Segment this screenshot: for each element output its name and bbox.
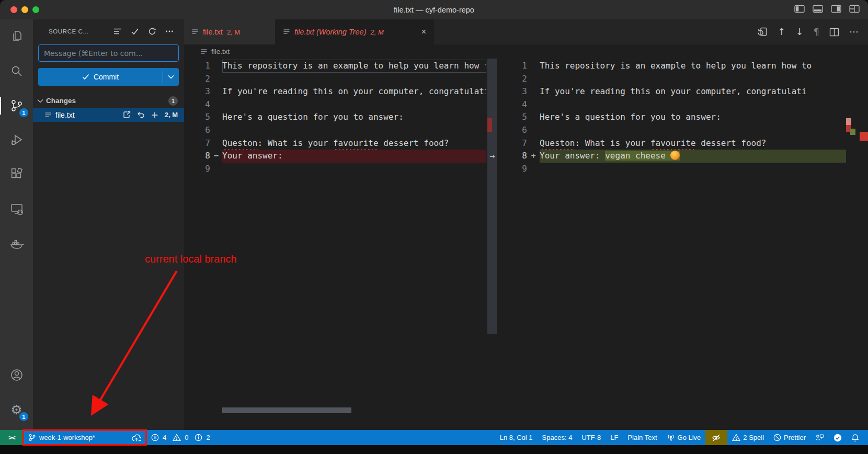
diff-sign <box>210 85 222 98</box>
previous-change-icon[interactable]: ↑ <box>778 27 785 37</box>
diff-sign <box>210 60 222 73</box>
view-and-sort-icon[interactable] <box>113 28 122 35</box>
code-line-3[interactable]: 3If you're reading this on your computer… <box>498 85 846 98</box>
code-line-4[interactable]: 4 <box>184 98 486 111</box>
code-line-6[interactable]: 6 <box>184 124 486 137</box>
file-icon <box>200 48 208 55</box>
code-line-1[interactable]: 1This repository is an example to help y… <box>498 60 846 73</box>
code-line-7[interactable]: 7Queston: What is your favourite dessert… <box>498 137 846 150</box>
sidebar-item-extensions[interactable] <box>0 157 33 192</box>
horizontal-scrollbar[interactable] <box>222 407 351 413</box>
sidebar-item-search[interactable] <box>0 54 33 88</box>
sidebar-item-accounts[interactable] <box>0 358 33 392</box>
sidebar-item-explorer[interactable] <box>0 19 33 54</box>
editor-scrollbar[interactable] <box>486 59 498 430</box>
close-tab-icon[interactable]: × <box>421 27 426 37</box>
feedback-button[interactable] <box>810 430 829 445</box>
code-line-9[interactable]: 9 <box>184 163 486 176</box>
toggle-primary-sidebar-icon[interactable] <box>794 5 805 13</box>
scm-changes-badge: 1 <box>19 108 28 117</box>
sidebar-item-remote-explorer[interactable] <box>0 192 33 226</box>
problems-indicator[interactable]: 4 0 2 <box>146 430 219 445</box>
next-change-icon[interactable]: ↓ <box>795 27 803 37</box>
prettier-indicator[interactable]: Prettier <box>769 430 810 445</box>
open-file-icon[interactable] <box>123 111 131 119</box>
revert-diff-arrow-icon[interactable]: → <box>486 150 498 163</box>
sidebar-item-settings[interactable]: ⚙ 1 <box>0 392 33 427</box>
error-count: 4 <box>163 434 166 441</box>
notifications-button[interactable] <box>847 430 864 445</box>
breadcrumb[interactable]: file.txt <box>184 44 868 59</box>
code-line-9[interactable]: 9 <box>498 163 846 176</box>
code-line-5[interactable]: 5Here's a question for you to answer: <box>184 111 486 124</box>
changes-section-header[interactable]: Changes 1 <box>33 94 184 108</box>
tab-bar: file.txt 2, M file.txt (Working Tree) 2,… <box>184 19 868 44</box>
commit-message-input[interactable] <box>38 44 179 62</box>
code-text <box>222 98 486 111</box>
tab-status-badge: 2, M <box>227 28 240 36</box>
chevron-down-icon <box>168 75 174 79</box>
stage-changes-icon[interactable] <box>151 111 158 119</box>
code-line-2[interactable]: 2 <box>498 73 846 86</box>
cursor-position-indicator[interactable]: Ln 8, Col 1 <box>495 430 538 445</box>
remote-indicator[interactable]: >< <box>0 430 23 445</box>
code-line-8[interactable]: 8+Your answer: vegan cheese <box>498 150 846 163</box>
code-text: This repository is an example to help yo… <box>222 60 486 73</box>
diff-original-pane[interactable]: 1This repository is an example to help y… <box>184 59 486 430</box>
line-number: 2 <box>184 73 210 86</box>
language-mode-indicator[interactable]: Plain Text <box>623 430 661 445</box>
spell-problems-indicator[interactable]: 2 Spell <box>727 430 769 445</box>
line-number: 5 <box>184 111 210 124</box>
commit-button-label: Commit <box>94 73 119 81</box>
commit-check-icon[interactable] <box>131 28 139 35</box>
eol-indicator[interactable]: LF <box>606 430 623 445</box>
overview-deleted-mark <box>487 118 492 132</box>
sidebar-item-docker[interactable] <box>0 226 33 261</box>
tab-file-txt-working-tree[interactable]: file.txt (Working Tree) 2, M × <box>276 19 434 44</box>
go-live-button[interactable]: Go Live <box>662 430 706 445</box>
changes-count-badge: 1 <box>168 96 178 106</box>
code-text <box>540 98 846 111</box>
encoding-indicator[interactable]: UTF-8 <box>577 430 606 445</box>
bell-icon <box>851 434 859 442</box>
refresh-icon[interactable] <box>148 27 156 36</box>
changed-file-row[interactable]: file.txt 2, M <box>33 108 184 122</box>
code-line-5[interactable]: 5Here's a question for you to answer: <box>498 111 846 124</box>
extension-status-button[interactable] <box>829 430 847 445</box>
diff-modified-pane[interactable]: 1This repository is an example to help y… <box>498 59 846 430</box>
file-icon <box>191 28 199 36</box>
warning-count: 0 <box>185 434 188 441</box>
open-changes-icon[interactable] <box>757 27 768 37</box>
branch-indicator[interactable]: week-1-workshop* <box>23 430 146 445</box>
commit-dropdown-button[interactable] <box>163 68 179 86</box>
scrollbar-slider[interactable] <box>487 59 497 334</box>
more-actions-icon[interactable] <box>165 28 174 35</box>
tab-file-txt[interactable]: file.txt 2, M <box>184 19 276 44</box>
branch-name: week-1-workshop* <box>39 434 95 441</box>
code-line-4[interactable]: 4 <box>498 98 846 111</box>
code-line-8[interactable]: 8−Your answer: <box>184 150 486 163</box>
diff-sign <box>210 98 222 111</box>
changes-label: Changes <box>46 97 76 105</box>
split-editor-icon[interactable] <box>829 28 839 37</box>
line-number: 1 <box>498 60 527 73</box>
code-line-1[interactable]: 1This repository is an example to help y… <box>184 60 486 73</box>
toggle-panel-icon[interactable] <box>813 5 823 13</box>
indentation-indicator[interactable]: Spaces: 4 <box>538 430 577 445</box>
sidebar-item-run-debug[interactable] <box>0 123 33 157</box>
line-number: 7 <box>184 137 210 150</box>
sidebar-item-source-control[interactable]: 1 <box>0 88 33 123</box>
spell-checker-toggle[interactable] <box>705 430 727 445</box>
customize-layout-icon[interactable] <box>849 5 860 13</box>
diff-sign: − <box>210 150 222 163</box>
code-line-7[interactable]: 7Queston: What is your favourite dessert… <box>184 137 486 150</box>
code-line-6[interactable]: 6 <box>498 124 846 137</box>
more-actions-icon[interactable]: ⋯ <box>849 27 859 37</box>
render-whitespace-icon[interactable]: ¶ <box>814 27 819 37</box>
discard-changes-icon[interactable] <box>137 111 145 119</box>
commit-button[interactable]: Commit <box>38 68 179 86</box>
tab-label: file.txt <box>203 28 223 36</box>
code-line-3[interactable]: 3If you're reading this on your computer… <box>184 85 486 98</box>
code-line-2[interactable]: 2 <box>184 73 486 86</box>
toggle-secondary-sidebar-icon[interactable] <box>831 5 841 13</box>
